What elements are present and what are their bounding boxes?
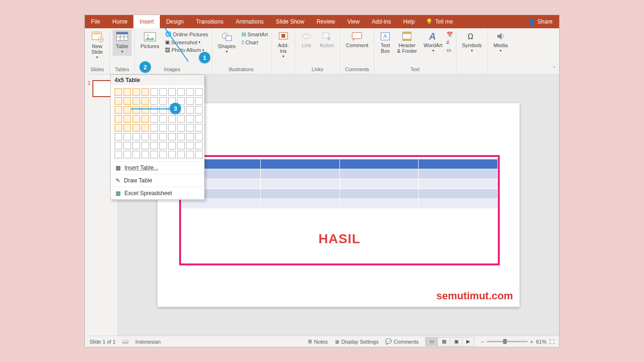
grid-cell[interactable] bbox=[159, 142, 167, 149]
tab-insert[interactable]: Insert bbox=[133, 15, 160, 28]
grid-cell[interactable] bbox=[186, 142, 194, 149]
grid-cell[interactable] bbox=[177, 115, 185, 123]
grid-cell[interactable] bbox=[132, 142, 140, 149]
date-time-icon[interactable]: 📅 bbox=[446, 32, 453, 38]
grid-cell[interactable] bbox=[132, 88, 140, 96]
grid-cell[interactable] bbox=[132, 151, 140, 158]
header-footer-button[interactable]: Header & Footer bbox=[394, 30, 420, 55]
grid-cell[interactable] bbox=[141, 88, 149, 96]
grid-cell[interactable] bbox=[168, 88, 176, 96]
fit-to-window-button[interactable]: ⛶ bbox=[549, 339, 554, 345]
grid-cell[interactable] bbox=[115, 142, 122, 149]
grid-cell[interactable] bbox=[177, 133, 185, 140]
grid-cell[interactable] bbox=[150, 151, 158, 158]
zoom-out-button[interactable]: − bbox=[481, 339, 484, 345]
grid-cell[interactable] bbox=[159, 133, 167, 140]
grid-cell[interactable] bbox=[168, 124, 176, 132]
grid-cell[interactable] bbox=[177, 142, 185, 149]
comment-button[interactable]: Comment bbox=[343, 30, 372, 49]
grid-cell[interactable] bbox=[132, 97, 140, 105]
grid-cell[interactable] bbox=[150, 106, 158, 114]
grid-cell[interactable] bbox=[186, 106, 194, 114]
grid-cell[interactable] bbox=[124, 124, 131, 132]
tab-view[interactable]: View bbox=[341, 15, 366, 28]
grid-cell[interactable] bbox=[159, 115, 167, 123]
zoom-thumb[interactable] bbox=[503, 339, 507, 344]
grid-cell[interactable] bbox=[195, 133, 203, 140]
grid-cell[interactable] bbox=[159, 124, 167, 132]
grid-cell[interactable] bbox=[186, 124, 194, 132]
grid-cell[interactable] bbox=[177, 151, 185, 158]
inserted-table[interactable] bbox=[181, 159, 498, 209]
grid-cell[interactable] bbox=[195, 124, 203, 132]
grid-cell[interactable] bbox=[115, 133, 122, 140]
grid-cell[interactable] bbox=[186, 97, 194, 105]
display-settings-button[interactable]: 🖥Display Settings bbox=[334, 339, 379, 345]
grid-cell[interactable] bbox=[150, 133, 158, 140]
object-icon[interactable]: ▭ bbox=[446, 47, 453, 53]
grid-cell[interactable] bbox=[159, 151, 167, 158]
new-slide-button[interactable]: New Slide ▾ bbox=[88, 30, 107, 61]
textbox-button[interactable]: A Text Box bbox=[377, 30, 393, 55]
grid-cell[interactable] bbox=[124, 106, 131, 114]
grid-cell[interactable] bbox=[177, 88, 185, 96]
grid-cell[interactable] bbox=[168, 133, 176, 140]
tab-addins[interactable]: Add-ins bbox=[366, 15, 397, 28]
comments-button[interactable]: 💬Comments bbox=[385, 338, 419, 345]
grid-cell[interactable] bbox=[132, 124, 140, 132]
grid-cell[interactable] bbox=[124, 97, 131, 105]
grid-cell[interactable] bbox=[195, 106, 203, 114]
addins-button[interactable]: Add- ins ▾ bbox=[275, 30, 292, 60]
grid-cell[interactable] bbox=[159, 97, 167, 105]
grid-cell[interactable] bbox=[186, 133, 194, 140]
insert-table-item[interactable]: ▦Insert Table... bbox=[111, 161, 204, 174]
grid-cell[interactable] bbox=[141, 133, 149, 140]
grid-cell[interactable] bbox=[195, 88, 203, 96]
tab-transitions[interactable]: Transitions bbox=[190, 15, 230, 28]
collapse-ribbon-icon[interactable]: ˄ bbox=[553, 66, 555, 71]
zoom-in-button[interactable]: + bbox=[530, 339, 533, 345]
grid-cell[interactable] bbox=[186, 151, 194, 158]
grid-cell[interactable] bbox=[141, 142, 149, 149]
grid-cell[interactable] bbox=[150, 88, 158, 96]
grid-cell[interactable] bbox=[159, 88, 167, 96]
wordart-button[interactable]: A WordArt ▾ bbox=[421, 30, 446, 55]
tab-review[interactable]: Review bbox=[310, 15, 341, 28]
tab-home[interactable]: Home bbox=[106, 15, 133, 28]
notes-button[interactable]: ≣Notes bbox=[308, 338, 328, 345]
draw-table-item[interactable]: ✎Draw Table bbox=[111, 174, 204, 187]
shapes-button[interactable]: Shapes ▾ bbox=[215, 30, 238, 56]
grid-cell[interactable] bbox=[141, 124, 149, 132]
grid-cell[interactable] bbox=[115, 106, 122, 114]
slide-number-icon[interactable]: # bbox=[446, 40, 453, 45]
grid-cell[interactable] bbox=[150, 124, 158, 132]
grid-cell[interactable] bbox=[132, 133, 140, 140]
grid-cell[interactable] bbox=[150, 142, 158, 149]
grid-cell[interactable] bbox=[115, 97, 122, 105]
pictures-button[interactable]: Pictures bbox=[138, 30, 162, 50]
grid-cell[interactable] bbox=[141, 97, 149, 105]
link-button[interactable]: Link bbox=[298, 30, 315, 49]
grid-cell[interactable] bbox=[159, 106, 167, 114]
screenshot-button[interactable]: ▣Screenshot▾ bbox=[164, 39, 209, 46]
tab-animations[interactable]: Animations bbox=[230, 15, 270, 28]
grid-cell[interactable] bbox=[141, 151, 149, 158]
grid-cell[interactable] bbox=[186, 88, 194, 96]
grid-cell[interactable] bbox=[195, 142, 203, 149]
spellcheck-icon[interactable]: 📖 bbox=[122, 338, 129, 345]
zoom-percent[interactable]: 61% bbox=[536, 339, 546, 345]
grid-cell[interactable] bbox=[124, 151, 131, 158]
grid-cell[interactable] bbox=[115, 115, 122, 123]
grid-cell[interactable] bbox=[124, 115, 131, 123]
grid-cell[interactable] bbox=[132, 106, 140, 114]
zoom-slider[interactable] bbox=[487, 341, 528, 342]
action-button[interactable]: Action bbox=[317, 30, 337, 49]
grid-cell[interactable] bbox=[115, 151, 122, 158]
tab-file[interactable]: File bbox=[85, 15, 106, 28]
grid-cell[interactable] bbox=[195, 97, 203, 105]
grid-cell[interactable] bbox=[186, 115, 194, 123]
normal-view-button[interactable]: ▭ bbox=[425, 337, 438, 346]
grid-cell[interactable] bbox=[132, 115, 140, 123]
table-size-grid[interactable] bbox=[111, 85, 204, 161]
tab-help[interactable]: Help bbox=[397, 15, 421, 28]
